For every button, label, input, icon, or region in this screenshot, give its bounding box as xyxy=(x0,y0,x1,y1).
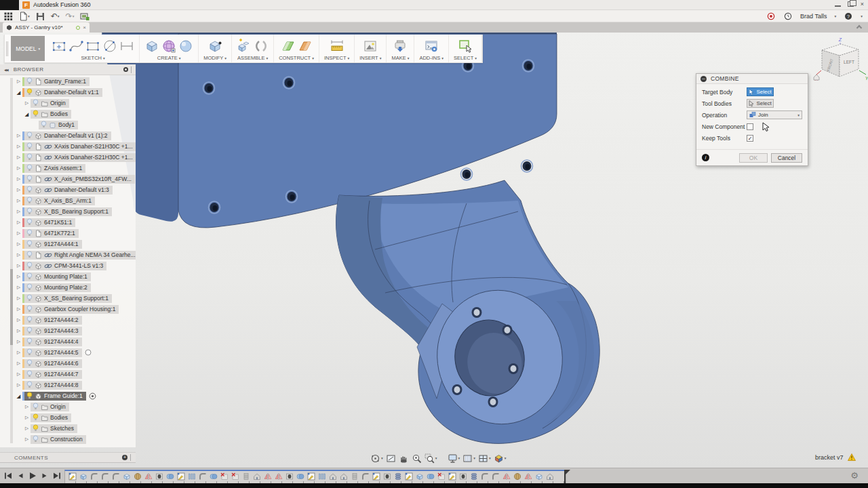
view-cube[interactable]: Z LEFT FRONT X Y xyxy=(812,35,868,85)
timeline-feature-revolve-icon[interactable] xyxy=(513,472,521,481)
browser-item[interactable]: ▷Danaher-Default v1 (1):2 xyxy=(0,130,136,141)
timeline-feature-fillet-icon[interactable] xyxy=(199,472,207,481)
expand-arrow-icon[interactable]: ▷ xyxy=(15,220,22,225)
visibility-bulb-icon[interactable] xyxy=(26,381,33,389)
timeline-feature-sketch-icon[interactable] xyxy=(372,472,380,481)
expand-arrow-icon[interactable]: ▷ xyxy=(15,176,22,182)
expand-arrow-icon[interactable]: ▷ xyxy=(15,165,22,171)
visibility-bulb-icon[interactable] xyxy=(26,218,33,226)
display-settings-icon[interactable]: ▾ xyxy=(448,453,460,464)
browser-item[interactable]: ▷Origin xyxy=(0,98,136,108)
visibility-bulb-icon[interactable] xyxy=(26,283,33,291)
ribbon-menu-assemble[interactable]: ASSEMBLE▾ xyxy=(237,55,268,61)
ribbon-menu-construct[interactable]: CONSTRUCT▾ xyxy=(279,55,314,61)
expand-comments-icon[interactable]: + xyxy=(122,455,127,460)
visibility-bulb-icon[interactable] xyxy=(26,175,33,183)
browser-item[interactable]: ▷91274A444:1 xyxy=(0,239,136,249)
redo-icon[interactable]: ↷▾ xyxy=(66,12,75,21)
toolbar-grip[interactable] xyxy=(5,35,9,62)
timeline-feature-deletex-icon[interactable] xyxy=(220,472,229,481)
measure-icon[interactable] xyxy=(330,39,344,54)
browser-item[interactable]: ▷CPM-3441-LS v1:3 xyxy=(0,260,136,271)
record-icon[interactable] xyxy=(766,12,776,21)
timeline-feature-sketch-icon[interactable] xyxy=(307,472,315,481)
expand-arrow-icon[interactable]: ▷ xyxy=(15,306,22,312)
target-body-select-button[interactable]: Select xyxy=(747,87,774,96)
timeline-feature-box-icon[interactable] xyxy=(123,472,131,481)
timeline-feature-join-icon[interactable] xyxy=(296,472,304,481)
ribbon-menu-insert[interactable]: INSERT▾ xyxy=(359,55,381,61)
visibility-bulb-icon[interactable] xyxy=(26,262,33,270)
timeline-feature-sketch-icon[interactable] xyxy=(68,472,77,481)
visibility-bulb-icon[interactable] xyxy=(33,403,39,411)
visibility-bulb-icon[interactable] xyxy=(26,186,33,194)
expand-arrow-icon[interactable]: ▷ xyxy=(15,144,22,149)
user-caret-icon[interactable]: ▾ xyxy=(834,14,836,18)
select-window-icon[interactable] xyxy=(458,39,473,54)
timeline-feature-fillet-icon[interactable] xyxy=(361,472,370,481)
look-at-icon[interactable] xyxy=(386,453,396,464)
timeline-feature-deletex-icon[interactable] xyxy=(437,472,446,481)
visibility-bulb-icon[interactable] xyxy=(33,110,39,118)
timeline-feature-thread-icon[interactable] xyxy=(242,472,250,481)
insert-image-icon[interactable] xyxy=(363,39,378,54)
viewports-icon[interactable]: ▾ xyxy=(478,453,491,464)
create-form-icon[interactable] xyxy=(161,39,176,54)
browser-item[interactable]: ▷91274A444:7 xyxy=(0,369,136,380)
visibility-bulb-icon[interactable] xyxy=(26,197,33,205)
browser-item[interactable]: ▷6471K51:1 xyxy=(0,217,136,228)
browser-item[interactable]: ▷91274A444:3 xyxy=(0,325,136,336)
timeline-feature-stack-icon[interactable] xyxy=(394,472,402,481)
expand-arrow-icon[interactable]: ▷ xyxy=(15,328,22,333)
timeline-feature-home-icon[interactable] xyxy=(253,472,261,481)
timeline-feature-home-icon[interactable] xyxy=(546,472,554,481)
sketch-rectangle-icon[interactable] xyxy=(85,39,100,54)
timeline-feature-hole-icon[interactable] xyxy=(383,472,391,481)
sketch-rect-point-icon[interactable] xyxy=(52,39,66,54)
expand-arrow-icon[interactable]: ▷ xyxy=(15,187,22,192)
browser-item[interactable]: ▷Gantry_Frame:1 xyxy=(0,76,136,87)
expand-arrow-icon[interactable]: ▷ xyxy=(23,404,31,409)
sketch-spline-icon[interactable] xyxy=(68,39,83,54)
minimize-icon[interactable] xyxy=(835,1,841,7)
timeline-feature-mirror-icon[interactable] xyxy=(264,472,272,481)
visibility-bulb-icon[interactable] xyxy=(26,77,33,85)
browser-item[interactable]: ▷X_SS_Bearing Support:1 xyxy=(0,293,136,304)
browser-item[interactable]: ▷Sketches xyxy=(0,423,136,434)
create-sphere-icon[interactable] xyxy=(178,39,193,54)
home-view-icon[interactable] xyxy=(814,75,819,80)
expand-arrow-icon[interactable]: ▷ xyxy=(15,198,22,203)
visibility-bulb-icon[interactable] xyxy=(26,327,33,335)
expand-arrow-icon[interactable]: ▷ xyxy=(15,79,22,84)
visibility-bulb-icon[interactable] xyxy=(26,164,33,172)
timeline-feature-home-icon[interactable] xyxy=(340,472,348,481)
ribbon-menu-make[interactable]: MAKE▾ xyxy=(391,55,409,61)
help-caret-icon[interactable]: ▾ xyxy=(861,14,863,18)
ribbon-menu-create[interactable]: CREATE▾ xyxy=(157,55,181,61)
dialog-collapse-icon[interactable]: – xyxy=(701,76,707,82)
browser-item[interactable]: ▷Right Angle NEMA 34 Gearhe... xyxy=(0,249,136,260)
app-launcher-icon[interactable] xyxy=(4,12,13,21)
expand-arrow-icon[interactable]: ▷ xyxy=(15,209,22,214)
timeline-strip[interactable] xyxy=(64,470,566,483)
sketch-circle-icon[interactable] xyxy=(102,39,117,54)
browser-item[interactable]: ▷91274A444:5 xyxy=(0,347,136,358)
tab-close-icon[interactable]: × xyxy=(83,25,86,30)
expand-arrow-icon[interactable]: ▷ xyxy=(23,426,31,431)
expand-arrow-icon[interactable]: ▷ xyxy=(15,230,22,236)
browser-item[interactable]: Body1 xyxy=(0,119,136,130)
keep-tools-checkbox[interactable]: ✓ xyxy=(747,135,753,142)
visibility-bulb-icon[interactable] xyxy=(26,348,33,357)
timeline-settings-gear-icon[interactable]: ⚙ xyxy=(850,470,859,481)
timeline-feature-pattern-icon[interactable] xyxy=(318,472,326,481)
timeline-feature-mirror-icon[interactable] xyxy=(524,472,532,481)
scripts-addins-icon[interactable] xyxy=(424,39,439,54)
timeline-feature-extrude-icon[interactable] xyxy=(79,472,87,481)
browser-item[interactable]: ▷X_Axis_BS_Arm:1 xyxy=(0,195,136,206)
visibility-bulb-icon[interactable] xyxy=(26,240,33,248)
expand-arrow-icon[interactable]: ◢ xyxy=(15,393,22,399)
expand-arrow-icon[interactable]: ▷ xyxy=(15,317,22,323)
timeline-marker-flag[interactable] xyxy=(566,470,570,474)
activate-component-icon[interactable] xyxy=(89,392,96,400)
joint-icon[interactable] xyxy=(254,39,269,54)
